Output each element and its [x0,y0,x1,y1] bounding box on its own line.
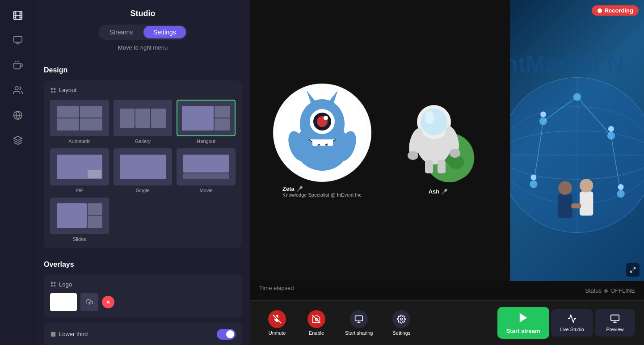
layout-label-single: Single [136,188,150,193]
nav-film-icon[interactable] [7,4,29,26]
layout-label-slides: Slides [73,236,86,242]
svg-rect-24 [51,285,53,287]
logo-clear-btn[interactable]: × [102,296,114,308]
svg-rect-36 [328,139,333,146]
svg-rect-71 [558,194,572,218]
layout-icon [50,87,56,93]
main-content: Zeta 🎤 Knowledge Specialist @ InEvent In… [250,0,644,345]
live-studio-button[interactable]: Live Studio [551,309,593,337]
unmute-label: Unmute [269,330,286,336]
expand-btn[interactable] [626,263,640,277]
nav-users-icon[interactable] [7,80,29,101]
status-dot [604,289,608,293]
bottom-toolbar: Unmute Enable [250,300,644,345]
tab-streams[interactable]: Streams [100,26,143,38]
unmute-button[interactable]: Unmute [259,306,295,340]
tab-settings[interactable]: Settings [143,26,186,38]
logo-upload-btn[interactable] [80,293,98,311]
layout-label-gallery: Gallery [135,139,151,144]
layout-thumb-hangout [177,100,236,136]
start-sharing-label: Start sharing [345,330,373,336]
logo-preview [50,293,77,311]
layout-thumb-single [114,148,173,185]
svg-rect-23 [54,285,55,287]
layout-label-movie: Movie [199,188,212,193]
zeta-muted-icon: 🎤 [296,186,303,192]
studio-title: Studio [45,9,241,18]
expand-icon [630,267,636,273]
avatar-ash [389,86,488,185]
layout-hangout[interactable]: Hangout [177,100,236,144]
toggle-knob [226,330,234,338]
layout-gallery[interactable]: Gallery [114,100,173,144]
svg-point-69 [530,174,536,180]
svg-rect-22 [54,282,55,284]
svg-point-61 [530,180,537,188]
svg-point-76 [598,8,602,13]
layout-thumb-automatic [50,100,109,136]
lower-third-box: Lower third [44,323,242,345]
logo-box: Logo × [44,275,242,317]
nav-coffee-icon[interactable] [7,55,29,76]
design-box: Layout Automatic [44,80,242,248]
toolbar-left: Unmute Enable [259,306,419,340]
svg-point-68 [608,126,614,132]
logo-title: Logo [59,281,72,288]
enable-button[interactable]: Enable [299,306,334,340]
svg-rect-8 [14,37,22,42]
recording-badge: Recording [592,5,639,16]
layout-slides[interactable]: Slides [50,198,109,242]
settings-label: Settings [393,330,411,336]
svg-rect-75 [571,203,581,208]
svg-point-14 [15,87,18,90]
layout-thumb-slides [50,198,109,234]
lower-third-title: Lower third [50,331,88,337]
start-stream-button[interactable]: Start stream [497,307,549,339]
svg-rect-84 [355,316,363,321]
market-text: ntMarket N [510,50,624,77]
preview-button[interactable]: Preview [595,309,635,337]
layout-pip[interactable]: PIP [50,148,109,193]
time-elapsed: Time elapsed - [259,285,294,297]
lower-third-label: Lower third [59,331,88,337]
live-studio-label: Live Studio [560,327,584,332]
settings-button[interactable]: Settings [383,306,419,340]
svg-point-70 [618,184,624,190]
layout-thumb-gallery [114,100,173,136]
participants-row: Zeta 🎤 Knowledge Specialist @ InEvent In… [250,84,510,198]
lower-third-icon [50,331,56,337]
nav-monitor-icon[interactable] [7,29,29,51]
layout-automatic[interactable]: Automatic [50,100,109,144]
lower-third-header: Lower third [50,329,236,340]
participant-zeta-role: Knowledge Specialist @ InEvent Inc [282,192,362,198]
move-to-right[interactable]: Move to right menu [45,44,241,51]
svg-rect-35 [320,139,325,146]
toolbar-right: Start stream Live Studio [497,307,635,339]
studio-panel: Studio Streams Settings Move to right me… [36,0,250,345]
design-section: Design Layout Automatic [36,60,250,254]
start-sharing-button[interactable]: Start sharing [338,306,380,340]
nav-team-icon[interactable] [7,130,29,151]
svg-rect-51 [425,160,433,173]
logo-header: Logo [50,281,236,288]
status-value: OFFLINE [610,287,635,294]
ash-muted-icon: 🎤 [441,189,448,195]
nav-globe-icon[interactable] [7,105,29,126]
svg-rect-34 [312,139,318,146]
svg-line-78 [631,270,632,272]
svg-rect-17 [51,88,53,89]
studio-header: Studio Streams Settings Move to right me… [36,0,250,60]
network-graphic-svg [510,0,644,281]
start-stream-label: Start stream [506,328,540,334]
svg-rect-73 [580,191,593,215]
stage: Zeta 🎤 Knowledge Specialist @ InEvent In… [250,0,510,281]
participant-zeta-name: Zeta 🎤 [282,185,362,192]
layout-movie[interactable]: Movie [177,148,236,193]
lower-third-toggle[interactable] [217,329,236,340]
sharing-icon [350,310,368,328]
svg-point-67 [540,111,546,117]
svg-rect-89 [611,315,619,321]
layout-single[interactable]: Single [114,148,173,193]
recording-label: Recording [605,7,633,14]
svg-rect-26 [51,332,56,337]
